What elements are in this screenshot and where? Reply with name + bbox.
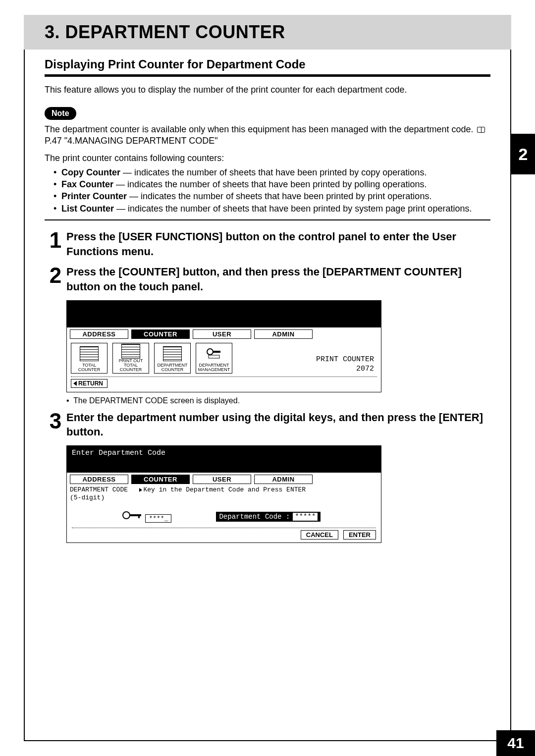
svg-point-3 — [123, 512, 130, 519]
svg-rect-5 — [138, 514, 140, 518]
cancel-button[interactable]: CANCEL — [301, 530, 338, 540]
page-number: 41 — [496, 730, 535, 756]
note-badge: Note — [45, 107, 76, 120]
dept-code-value: ***** — [293, 513, 318, 521]
step-text: Press the [USER FUNCTIONS] button on the… — [66, 229, 490, 259]
list-item: Copy Counter — indicates the number of s… — [54, 166, 490, 178]
key-icon — [197, 344, 231, 363]
dept-hint-c: (5-digit) — [70, 494, 105, 501]
screen-body: TOTAL COUNTER PRINT OUT TOTAL COUNTER DE… — [67, 339, 381, 392]
chapter-title: 3. DEPARTMENT COUNTER — [45, 22, 285, 43]
tab-row: ADDRESS COUNTER USER ADMIN — [67, 473, 381, 484]
counter-desc: — indicates the number of sheets that ha… — [113, 179, 427, 189]
tab-admin[interactable]: ADMIN — [254, 475, 313, 484]
fn-label: TOTAL COUNTER — [72, 363, 106, 372]
counter-list: Copy Counter — indicates the number of s… — [45, 166, 490, 215]
svg-rect-2 — [209, 355, 219, 358]
counter-name: Fax Counter — [61, 179, 113, 189]
counter-name: Copy Counter — [61, 167, 120, 177]
counter-name: Printer Counter — [61, 191, 127, 201]
dept-code-display: Department Code : ***** — [216, 512, 321, 522]
step-2: 2 Press the [COUNTER] button, and then p… — [45, 265, 490, 294]
svg-rect-1 — [213, 351, 220, 353]
printout-total-counter-button[interactable]: PRINT OUT TOTAL COUNTER — [112, 343, 149, 374]
key-icon — [121, 510, 143, 520]
counter-desc: — indicates the number of sheets that ha… — [127, 191, 431, 201]
counter-desc: — indicates the number of sheets that ha… — [114, 204, 472, 214]
return-button[interactable]: RETURN — [71, 379, 107, 388]
enter-button[interactable]: ENTER — [343, 530, 376, 540]
step-text: Enter the department number using the di… — [66, 410, 490, 439]
touch-panel-screen-1: ADDRESS COUNTER USER ADMIN TOTAL COUNTER… — [66, 300, 381, 392]
doc-icon — [72, 344, 106, 363]
key-input-group: ****_ — [121, 510, 171, 523]
counter-intro: The print counter contains following cou… — [45, 153, 490, 163]
note-text: The department counter is available only… — [45, 124, 490, 147]
section-subtitle: Displaying Print Counter for Department … — [45, 57, 490, 71]
svg-point-0 — [207, 349, 213, 355]
step-1: 1 Press the [USER FUNCTIONS] button on t… — [45, 229, 490, 259]
department-counter-button[interactable]: DEPARTMENT COUNTER — [154, 343, 191, 374]
total-counter-button[interactable]: TOTAL COUNTER — [71, 343, 107, 374]
fn-label: DEPARTMENT MANAGEMENT — [197, 363, 231, 372]
rule-thin — [45, 219, 490, 220]
dept-code-label: Department Code : — [219, 513, 290, 521]
step-text: Press the [COUNTER] button, and then pre… — [66, 265, 490, 294]
dotted-divider — [71, 377, 377, 377]
doc-icon — [114, 344, 148, 359]
step-number: 3 — [45, 410, 66, 439]
code-entry-box[interactable]: ****_ — [145, 514, 171, 523]
chapter-thumb-tab: 2 — [511, 134, 535, 174]
screen-header — [67, 301, 381, 327]
screen-header: Enter Department Code — [67, 446, 381, 473]
bottom-button-row: CANCEL ENTER — [67, 528, 381, 542]
counter-desc: — indicates the number of sheets that ha… — [120, 167, 427, 177]
tab-admin[interactable]: ADMIN — [254, 329, 313, 339]
list-item: Fax Counter — indicates the number of sh… — [54, 178, 490, 190]
list-item: List Counter — indicates the number of s… — [54, 203, 490, 215]
note-text-a: The department counter is available only… — [45, 124, 476, 134]
department-management-button[interactable]: DEPARTMENT MANAGEMENT — [196, 343, 232, 374]
tab-counter[interactable]: COUNTER — [131, 475, 190, 484]
tab-row: ADDRESS COUNTER USER ADMIN — [67, 327, 381, 339]
dept-hint-b: Key in the Department Code and Press ENT… — [143, 486, 306, 493]
counter-name: List Counter — [61, 204, 114, 214]
intro-text: This feature allows you to display the n… — [45, 85, 490, 95]
tab-address[interactable]: ADDRESS — [70, 329, 128, 339]
dept-hint-line: DEPARTMENT CODE Key in the Department Co… — [67, 484, 381, 501]
print-counter-readout: PRINT COUNTER 2072 — [316, 355, 374, 374]
dept-hint-a: DEPARTMENT CODE — [70, 486, 128, 493]
note-text-b: P.47 "4.MANAGING DEPARTMENT CODE" — [45, 136, 218, 146]
page-content: Displaying Print Counter for Department … — [45, 57, 490, 547]
tab-counter[interactable]: COUNTER — [131, 329, 190, 339]
rule-thick — [45, 74, 490, 77]
step-number: 1 — [45, 229, 66, 259]
arrow-right-icon — [139, 488, 142, 492]
list-item: Printer Counter — indicates the number o… — [54, 190, 490, 202]
fn-label: DEPARTMENT COUNTER — [156, 363, 189, 372]
mid-row: ****_ Department Code : ***** — [67, 501, 381, 528]
tab-address[interactable]: ADDRESS — [70, 475, 128, 484]
tab-user[interactable]: USER — [193, 475, 251, 484]
touch-panel-screen-2: Enter Department Code ADDRESS COUNTER US… — [66, 445, 381, 543]
fn-label: PRINT OUT TOTAL COUNTER — [114, 359, 148, 372]
step-2-sub: The DEPARTMENT CODE screen is displayed. — [66, 396, 490, 405]
print-counter-label: PRINT COUNTER — [316, 355, 374, 365]
book-icon — [477, 127, 485, 133]
doc-icon — [156, 344, 189, 363]
screen-header-text: Enter Department Code — [72, 449, 165, 457]
print-counter-value: 2072 — [316, 364, 374, 374]
chapter-title-bar: 3. DEPARTMENT COUNTER — [24, 15, 511, 50]
step-number: 2 — [45, 265, 66, 294]
step-3: 3 Enter the department number using the … — [45, 410, 490, 439]
tab-user[interactable]: USER — [193, 329, 251, 339]
